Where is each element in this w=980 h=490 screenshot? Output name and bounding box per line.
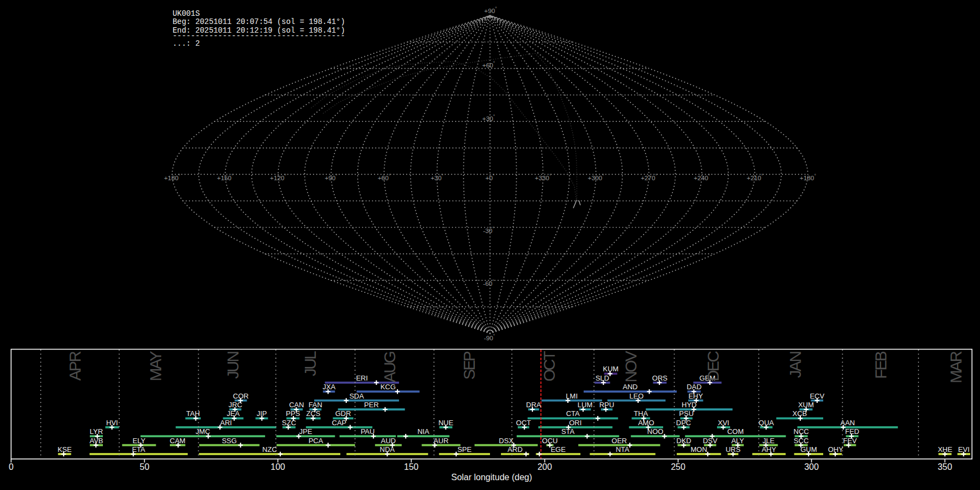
svg-text:FEV: FEV [843, 437, 857, 445]
svg-text:JEA: JEA [226, 409, 240, 418]
svg-text:KSE: KSE [58, 445, 72, 454]
svg-text:50: 50 [140, 462, 150, 471]
svg-text:300: 300 [804, 462, 819, 471]
svg-text:CAM: CAM [170, 437, 186, 445]
svg-text:AVB: AVB [89, 437, 103, 445]
svg-text:KCG: KCG [381, 383, 396, 391]
svg-text:JPE: JPE [299, 427, 312, 436]
svg-text:ETA: ETA [132, 445, 145, 454]
svg-text:NOO: NOO [647, 427, 664, 436]
svg-text:NUE: NUE [438, 419, 454, 427]
svg-text:DAD: DAD [687, 383, 701, 391]
svg-text:FED: FED [845, 427, 859, 436]
svg-text:NCC: NCC [794, 427, 809, 436]
svg-text:MON: MON [691, 445, 707, 454]
svg-text:250: 250 [671, 462, 685, 471]
svg-text:EHY: EHY [688, 392, 703, 400]
svg-text:DPC: DPC [676, 419, 691, 427]
svg-text:ELY: ELY [133, 437, 146, 445]
svg-text:+300°: +300° [588, 173, 604, 182]
svg-text:LYR: LYR [90, 427, 103, 436]
svg-text:XUM: XUM [798, 401, 814, 409]
svg-text:HYD: HYD [682, 401, 696, 409]
svg-text:0: 0 [9, 462, 14, 471]
svg-text:QUA: QUA [758, 419, 774, 427]
svg-text:AHY: AHY [762, 445, 776, 454]
svg-text:+90°: +90° [484, 6, 497, 15]
svg-text:OER: OER [611, 437, 627, 445]
svg-text:ARI: ARI [220, 419, 232, 427]
svg-text:PER: PER [364, 401, 379, 409]
svg-text:150: 150 [404, 462, 419, 471]
svg-text:XHE: XHE [938, 445, 952, 454]
svg-text:JLE: JLE [762, 437, 775, 445]
svg-text:PPS: PPS [286, 409, 300, 418]
svg-text:AUR: AUR [433, 437, 448, 445]
svg-text:+180°: +180° [800, 173, 816, 182]
svg-text:+120°: +120° [270, 173, 286, 182]
svg-text:URS: URS [726, 445, 741, 454]
svg-text:NTA: NTA [616, 445, 629, 454]
svg-text:OHY: OHY [828, 445, 844, 454]
svg-text:SSG: SSG [222, 437, 236, 445]
svg-text:DEC: DEC [704, 351, 722, 382]
svg-text:ORS: ORS [652, 374, 668, 382]
svg-text:+180°: +180° [164, 173, 180, 182]
svg-text:LMI: LMI [566, 392, 578, 400]
svg-text:XVI: XVI [718, 419, 730, 427]
svg-text:100: 100 [271, 462, 285, 471]
svg-text:DSV: DSV [703, 437, 718, 445]
svg-text:DSX: DSX [499, 437, 513, 445]
svg-text:+240°: +240° [694, 173, 710, 182]
svg-text:PAU: PAU [360, 427, 375, 436]
svg-text:OCT: OCT [516, 419, 531, 427]
svg-text:JXA: JXA [322, 383, 335, 391]
svg-text:LUM: LUM [578, 401, 592, 409]
svg-text:DKD: DKD [676, 437, 691, 445]
svg-text:COR: COR [233, 392, 249, 400]
svg-text:PCA: PCA [309, 437, 323, 445]
svg-text:350: 350 [938, 462, 952, 471]
svg-text:HVI: HVI [106, 419, 118, 427]
svg-text:JIP: JIP [256, 409, 267, 418]
svg-text:DRA: DRA [526, 401, 541, 409]
svg-text:SLD: SLD [596, 374, 609, 382]
svg-text:OCU: OCU [542, 437, 558, 445]
svg-text:MAR: MAR [947, 352, 965, 383]
svg-text:+330°: +330° [535, 173, 551, 182]
svg-text:Beg: 20251011 20:07:54 (sol =: Beg: 20251011 20:07:54 (sol = 198.41°) [173, 17, 345, 26]
svg-text:+30°: +30° [431, 173, 443, 182]
svg-text:Solar longitude (deg): Solar longitude (deg) [451, 473, 532, 482]
svg-text:JUL: JUL [301, 351, 319, 376]
svg-text:COM: COM [727, 427, 744, 436]
svg-text:NZC: NZC [262, 445, 277, 454]
svg-text:RPU: RPU [599, 401, 614, 409]
svg-text:JUN: JUN [224, 352, 242, 379]
svg-text:CAN: CAN [289, 401, 304, 409]
svg-text:ALY: ALY [731, 437, 744, 445]
svg-text:SEP: SEP [460, 351, 478, 380]
svg-text:NIA: NIA [418, 427, 430, 436]
svg-text:UK001S: UK001S [173, 9, 200, 18]
svg-text:ERI: ERI [356, 374, 368, 382]
svg-text:TAH: TAH [186, 409, 200, 418]
svg-text:AMO: AMO [638, 419, 654, 427]
svg-text:AND: AND [623, 383, 638, 391]
svg-text:+210°: +210° [747, 173, 763, 182]
svg-text:FEB: FEB [872, 351, 890, 379]
svg-text:ARD: ARD [507, 445, 522, 454]
svg-text:CTA: CTA [566, 409, 580, 418]
svg-text:NOV: NOV [622, 351, 640, 382]
svg-text:LEO: LEO [629, 392, 644, 400]
svg-text:JMC: JMC [195, 427, 210, 436]
svg-text:PSU: PSU [679, 409, 694, 418]
svg-text:AUD: AUD [381, 437, 396, 445]
svg-text:200: 200 [537, 462, 552, 471]
svg-text:+60°: +60° [482, 60, 495, 69]
svg-text:ZCS: ZCS [306, 409, 320, 418]
svg-text:APR: APR [66, 352, 84, 381]
svg-text:EGE: EGE [550, 445, 566, 454]
svg-text:MAY: MAY [146, 351, 164, 381]
svg-text:ORI: ORI [569, 419, 581, 427]
svg-text:...: 2: ...: 2 [173, 39, 200, 48]
